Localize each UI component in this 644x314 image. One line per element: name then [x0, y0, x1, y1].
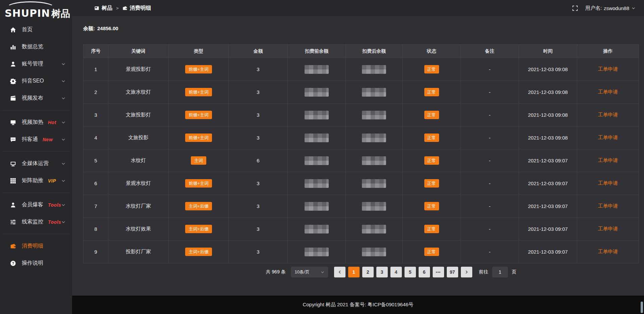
- sidebar-divider: [2, 193, 70, 193]
- sidebar-item-label: 线索监控: [22, 218, 43, 225]
- page-size-select[interactable]: 10条/页: [291, 267, 328, 277]
- type-badge: 主词+后缀: [185, 202, 212, 210]
- app-root: SHUPIN树品 首页数据总览账号管理抖音SEO视频发布视频加热Hot抖客通Ne…: [0, 0, 644, 314]
- goto-page-input[interactable]: [492, 267, 508, 277]
- page-button-97[interactable]: 97: [447, 267, 458, 277]
- column-header: 扣费后余额: [346, 45, 402, 58]
- cell-keyword: 文旅投影: [108, 126, 169, 149]
- chat-icon: [10, 137, 16, 143]
- breadcrumb-separator: >: [115, 6, 119, 11]
- chevron-down-icon[interactable]: [632, 6, 635, 10]
- column-header: 关键词: [108, 45, 169, 58]
- column-header: 时间: [519, 45, 577, 58]
- bar-chart-icon: [10, 44, 16, 50]
- sidebar-item-video-heat[interactable]: 视频加热Hot: [0, 114, 72, 131]
- sidebar-item-matrix-boost[interactable]: 矩阵助推VIP: [0, 172, 72, 189]
- censored-balance-after: [362, 88, 386, 97]
- cell-amount: 3: [229, 241, 288, 263]
- cell-status: 正常: [402, 104, 461, 126]
- sidebar-item-douyin-seo[interactable]: 抖音SEO: [0, 72, 72, 90]
- sidebar-item-operation-guide[interactable]: ?操作说明: [0, 255, 72, 272]
- sidebar-item-home[interactable]: 首页: [0, 21, 72, 38]
- page-button-4[interactable]: 4: [390, 267, 402, 277]
- cell-keyword: 文旅水纹灯: [108, 81, 169, 104]
- sidebar-item-badge: Tools: [48, 219, 61, 225]
- page-button-1[interactable]: 1: [348, 267, 360, 277]
- censored-balance-before: [305, 225, 329, 233]
- ticket-request-link[interactable]: 工单申请: [598, 66, 618, 72]
- sliders-icon: [10, 219, 16, 225]
- status-badge: 正常: [424, 65, 439, 73]
- sidebar-item-label: 全媒体运营: [22, 160, 49, 167]
- sidebar-divider: [2, 110, 70, 110]
- ticket-request-link[interactable]: 工单申请: [598, 112, 618, 117]
- page-button-5[interactable]: 5: [405, 267, 416, 277]
- cell-action: 工单申请: [577, 58, 639, 81]
- cell-status: 正常: [402, 58, 461, 81]
- sidebar-item-badge: New: [43, 137, 53, 142]
- username-value[interactable]: zswodun88: [604, 5, 629, 11]
- monitor-icon: [10, 119, 16, 125]
- table-row: 9投影灯厂家主词+后缀3正常-2021-12-03 09:07工单申请: [84, 241, 639, 263]
- breadcrumb-item[interactable]: 消费明细: [122, 5, 151, 12]
- ticket-request-link[interactable]: 工单申请: [598, 135, 618, 140]
- ticket-request-link[interactable]: 工单申请: [598, 203, 618, 209]
- sidebar-item-data-overview[interactable]: 数据总览: [0, 38, 72, 55]
- cell-type: 主词+后缀: [169, 218, 229, 241]
- consumption-table: 序号关键词类型金额扣费前余额扣费后余额状态备注时间操作 1景观投影灯前缀+主词3…: [83, 44, 639, 263]
- chevron-down-icon: [61, 79, 65, 83]
- censored-balance-before: [305, 179, 329, 188]
- fullscreen-icon[interactable]: [572, 5, 578, 11]
- sidebar-item-douketong[interactable]: 抖客通New: [0, 131, 72, 148]
- cell-balance-before: [288, 126, 346, 149]
- censored-balance-before: [305, 65, 329, 74]
- cell-time: 2021-12-03 09:08: [519, 81, 577, 104]
- status-badge: 正常: [424, 248, 439, 256]
- sidebar-item-consumption-detail[interactable]: 消费明细: [0, 238, 72, 255]
- ticket-request-link[interactable]: 工单申请: [598, 226, 618, 231]
- cell-keyword: 景观投影灯: [108, 58, 169, 81]
- page-button-3[interactable]: 3: [376, 267, 388, 277]
- breadcrumb-item[interactable]: 树品: [94, 5, 112, 12]
- censored-balance-after: [362, 202, 386, 211]
- cell-type: 前缀+主词: [169, 81, 229, 104]
- type-badge: 主词: [191, 156, 206, 165]
- gear-icon: [10, 78, 16, 84]
- ticket-request-link[interactable]: 工单申请: [598, 89, 618, 95]
- sidebar-item-label: 视频发布: [22, 95, 43, 102]
- scrollbar-thumb[interactable]: [641, 302, 643, 313]
- sidebar-item-member-burst[interactable]: 会员爆客Tools: [0, 196, 72, 213]
- logo[interactable]: SHUPIN树品: [0, 0, 72, 20]
- table-row: 6景观水纹灯前缀+主词3正常-2021-12-03 09:07工单申请: [84, 172, 639, 195]
- ticket-request-link[interactable]: 工单申请: [598, 157, 618, 163]
- more-pages-button[interactable]: •••: [433, 267, 444, 277]
- sidebar-item-media-operation[interactable]: 全媒体运营: [0, 155, 72, 172]
- cell-balance-after: [346, 81, 402, 104]
- type-badge: 前缀+主词: [185, 88, 212, 96]
- window-icon: [94, 6, 99, 11]
- page-button-2[interactable]: 2: [362, 267, 374, 277]
- svg-text:?: ?: [12, 261, 14, 265]
- censored-balance-before: [305, 202, 329, 211]
- cell-index: 7: [84, 195, 108, 218]
- page-button-6[interactable]: 6: [419, 267, 430, 277]
- chevron-down-icon: [61, 138, 65, 142]
- right-column: 树品>消费明细 用户名: zswodun88 余额:24856.00 序号关键词…: [72, 0, 644, 314]
- cell-balance-after: [346, 149, 402, 172]
- cell-action: 工单申请: [577, 218, 639, 241]
- sidebar-item-clue-monitor[interactable]: 线索监控Tools: [0, 213, 72, 230]
- prev-page-button[interactable]: [334, 267, 345, 277]
- sidebar-item-video-publish[interactable]: 视频发布: [0, 90, 72, 107]
- sidebar-item-badge: Hot: [48, 120, 56, 125]
- sidebar-item-account-management[interactable]: 账号管理: [0, 55, 72, 72]
- table-row: 5水纹灯主词6正常-2021-12-03 09:07工单申请: [84, 149, 639, 172]
- chevron-down-icon: [61, 62, 65, 66]
- ticket-request-link[interactable]: 工单申请: [598, 180, 618, 186]
- cell-amount: 3: [229, 104, 288, 126]
- next-page-button[interactable]: [461, 267, 472, 277]
- footer-text: Copyright 树品 2021 备案号: 粤ICP备09019646号: [303, 302, 413, 308]
- ticket-request-link[interactable]: 工单申请: [598, 249, 618, 254]
- chevron-down-icon: [321, 270, 324, 274]
- logo-text-en: SHUPIN: [5, 7, 50, 19]
- cell-status: 正常: [402, 81, 461, 104]
